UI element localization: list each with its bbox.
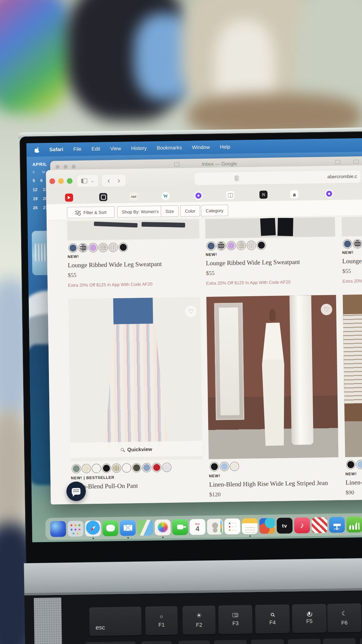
notes-dock-icon[interactable] [242, 518, 258, 534]
product-card[interactable]: NEW!Lounge Ri$55Extra 20% [342, 216, 362, 287]
sidebar-toggle[interactable]: ⌄ [77, 175, 99, 187]
apple-menu[interactable] [35, 147, 40, 153]
color-swatch[interactable] [231, 463, 238, 470]
messages-dock-icon[interactable] [102, 520, 118, 536]
color-swatch[interactable] [354, 240, 361, 247]
zoom-button[interactable] [67, 178, 72, 184]
color-swatch[interactable] [103, 465, 110, 472]
product-image[interactable] [67, 219, 199, 240]
color-swatch[interactable] [73, 465, 80, 472]
key-esc[interactable]: esc [89, 607, 141, 636]
address-bar[interactable]: abercrombie.c [194, 170, 361, 185]
menu-edit[interactable]: Edit [86, 146, 105, 152]
menu-safari[interactable]: Safari [44, 146, 68, 152]
color-swatch[interactable] [89, 244, 97, 251]
color-swatch[interactable] [113, 465, 120, 472]
key-f4[interactable]: F4 [255, 604, 290, 634]
back-button[interactable]: ‹ [105, 176, 112, 184]
product-image[interactable] [205, 217, 335, 238]
key-f1[interactable]: ☼F1 [145, 606, 178, 635]
music-dock-icon[interactable]: ♪ [294, 517, 310, 533]
keynote-dock-icon[interactable] [329, 517, 345, 533]
key-f6[interactable]: ☾F6 [327, 603, 361, 632]
numbers-dock-icon[interactable] [346, 517, 362, 533]
key-f2[interactable]: ☀F2 [182, 606, 216, 635]
product-card[interactable]: ♡QuickviewNEW! | BESTSELLERLinen-Blend P… [68, 297, 203, 504]
color-swatch[interactable] [83, 465, 90, 472]
amazon-favorite-icon[interactable]: a [290, 190, 298, 198]
grid-favorite-icon[interactable] [226, 191, 234, 199]
news-dock-icon[interactable] [311, 517, 327, 533]
color-swatch[interactable] [258, 241, 265, 249]
calendar-dock-icon[interactable]: Sun4 [189, 519, 205, 535]
menu-bookmarks[interactable]: Bookmarks [152, 145, 187, 151]
color-swatch[interactable] [238, 242, 245, 249]
second-row-key[interactable] [360, 638, 362, 644]
color-swatch[interactable] [228, 242, 235, 249]
color-swatch[interactable] [93, 465, 100, 472]
color-swatch[interactable] [207, 243, 215, 250]
color-swatch[interactable] [357, 461, 362, 468]
second-row-key[interactable] [85, 641, 136, 644]
reader-icon[interactable] [235, 176, 239, 181]
second-row-key[interactable] [251, 639, 284, 644]
second-row-key[interactable] [323, 638, 356, 644]
safari-dock-icon[interactable] [85, 520, 101, 536]
wordpress-favorite-icon[interactable] [162, 192, 170, 200]
product-card[interactable]: NEW!Lounge Ribbed Wide Leg Sweatpant$55E… [67, 219, 200, 291]
color-swatch[interactable] [153, 464, 160, 471]
product-image[interactable] [343, 294, 362, 457]
calendar-date[interactable]: 6 [40, 178, 43, 183]
purple-favorite-icon[interactable] [194, 192, 202, 200]
color-swatch[interactable] [218, 242, 225, 249]
menu-window[interactable]: Window [187, 144, 215, 150]
youtube-favorite-icon[interactable] [65, 194, 73, 202]
abercrombie-favorite-icon[interactable]: A&F [130, 193, 138, 201]
color-swatch[interactable] [110, 244, 117, 251]
product-card[interactable]: ♡NEW!Linen-Blend High Rise Wide Leg Stri… [206, 295, 339, 502]
calendar-date[interactable]: 12 [33, 187, 38, 192]
colorapp-dock-icon[interactable] [259, 518, 275, 534]
color-swatch[interactable] [120, 244, 127, 251]
minimize-button[interactable] [58, 178, 64, 184]
close-button[interactable] [49, 178, 55, 184]
color-swatch[interactable] [69, 245, 76, 252]
n-favorite-icon[interactable]: N [259, 191, 267, 199]
facetime-dock-icon[interactable] [172, 519, 188, 535]
instagram-favorite-icon[interactable] [99, 193, 107, 201]
menu-help[interactable]: Help [215, 144, 235, 150]
contacts-dock-icon[interactable] [207, 519, 223, 535]
key-f3[interactable]: F3 [218, 605, 252, 634]
second-row-key[interactable] [178, 640, 210, 644]
photos-dock-icon[interactable] [155, 519, 171, 535]
filter-button-filter-sort[interactable]: Filter & Sort [67, 206, 115, 218]
second-row-key[interactable] [288, 639, 321, 644]
key-f5[interactable]: F5 [292, 604, 326, 633]
color-swatch[interactable] [79, 244, 86, 251]
calendar-date[interactable]: 19 [33, 196, 38, 201]
quickview-button[interactable]: Quickview [70, 441, 203, 458]
color-swatch[interactable] [143, 464, 150, 471]
forward-button[interactable]: › [115, 176, 122, 184]
filter-button-shop-by-women-s[interactable]: Shop By: Women's [117, 206, 163, 218]
launchpad-dock-icon[interactable] [67, 521, 83, 537]
color-swatch[interactable] [133, 464, 140, 471]
product-image[interactable] [68, 297, 203, 461]
color-swatch[interactable] [100, 244, 107, 251]
appletv-dock-icon[interactable]: tv [277, 518, 293, 534]
color-swatch[interactable] [123, 464, 130, 471]
product-image[interactable] [206, 295, 339, 459]
maps-dock-icon[interactable] [137, 520, 153, 536]
product-image[interactable] [342, 216, 362, 236]
second-row-key[interactable] [141, 641, 172, 644]
filter-button-category[interactable]: Category [201, 205, 228, 216]
product-card[interactable]: NEW!Linen-Blend C$90 [343, 294, 362, 500]
color-swatch[interactable] [347, 461, 354, 468]
reminders-dock-icon[interactable] [224, 518, 240, 534]
second-row-key[interactable] [214, 640, 247, 644]
calendar-date[interactable]: 26 [33, 205, 38, 210]
color-swatch[interactable] [211, 463, 218, 470]
purple-favorite-icon[interactable] [325, 190, 333, 198]
color-swatch[interactable] [163, 464, 170, 471]
calendar-date[interactable]: 5 [33, 178, 35, 183]
